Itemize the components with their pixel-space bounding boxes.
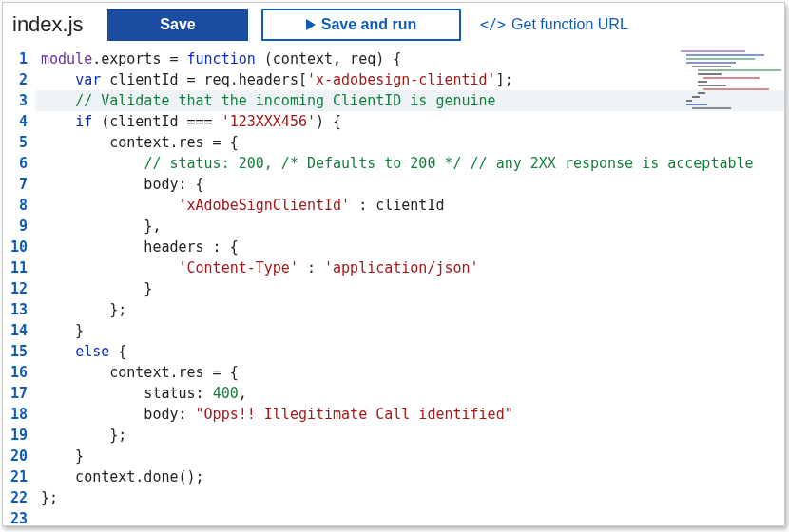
code-editor[interactable]: 1234567891011121314151617181920212223 mo… <box>3 47 784 525</box>
code-line[interactable]: // Validate that the incoming ClientID i… <box>35 90 784 111</box>
line-number: 19 <box>3 425 35 446</box>
line-number: 11 <box>3 257 35 278</box>
code-line[interactable]: }; <box>35 299 784 320</box>
file-name: index.js <box>9 12 94 37</box>
line-number: 8 <box>3 195 35 216</box>
line-number: 12 <box>3 278 35 299</box>
get-function-url-button[interactable]: </> Get function URL <box>474 9 634 41</box>
code-line[interactable]: }; <box>35 487 784 508</box>
line-number: 13 <box>3 299 35 320</box>
code-line[interactable]: context.res = { <box>35 362 784 383</box>
code-line[interactable]: if (clientId === '123XXX456') { <box>35 111 784 132</box>
line-number: 23 <box>3 508 35 525</box>
save-button-label: Save <box>160 16 195 33</box>
line-number: 17 <box>3 383 35 404</box>
code-line[interactable]: context.res = { <box>35 132 784 153</box>
line-number: 1 <box>3 48 35 69</box>
code-line[interactable]: else { <box>35 341 784 362</box>
line-number: 6 <box>3 153 35 174</box>
save-button[interactable]: Save <box>107 9 248 41</box>
toolbar: index.js Save Save and run </> Get funct… <box>3 3 784 47</box>
line-number: 4 <box>3 111 35 132</box>
line-number: 18 <box>3 404 35 425</box>
code-line[interactable]: context.done(); <box>35 466 784 487</box>
line-number-gutter: 1234567891011121314151617181920212223 <box>3 47 35 525</box>
line-number: 22 <box>3 487 35 508</box>
line-number: 14 <box>3 320 35 341</box>
line-number: 7 <box>3 174 35 195</box>
code-line[interactable]: module.exports = function (context, req)… <box>35 48 784 69</box>
code-line[interactable]: }; <box>35 425 784 446</box>
play-icon <box>306 19 316 30</box>
code-line[interactable]: } <box>35 278 784 299</box>
save-run-label: Save and run <box>321 16 416 33</box>
code-line[interactable]: } <box>35 320 784 341</box>
code-line[interactable]: body: { <box>35 174 784 195</box>
code-area[interactable]: module.exports = function (context, req)… <box>35 47 784 525</box>
code-line[interactable]: 'xAdobeSignClientId' : clientId <box>35 195 784 216</box>
line-number: 2 <box>3 69 35 90</box>
line-number: 10 <box>3 237 35 257</box>
line-number: 21 <box>3 466 35 487</box>
save-and-run-button[interactable]: Save and run <box>261 9 461 41</box>
code-line[interactable]: 'Content-Type' : 'application/json' <box>35 257 784 278</box>
line-number: 20 <box>3 446 35 466</box>
code-line[interactable]: body: "Opps!! Illegitimate Call identifi… <box>35 404 784 425</box>
code-line[interactable]: status: 400, <box>35 383 784 404</box>
line-number: 15 <box>3 341 35 362</box>
code-line[interactable]: headers : { <box>35 237 784 257</box>
editor-window: index.js Save Save and run </> Get funct… <box>2 2 785 526</box>
get-url-label: Get function URL <box>511 16 628 33</box>
code-line[interactable]: // status: 200, /* Defaults to 200 */ //… <box>35 153 784 174</box>
code-line[interactable] <box>35 508 784 525</box>
line-number: 3 <box>3 90 35 111</box>
line-number: 16 <box>3 362 35 383</box>
line-number: 9 <box>3 216 35 237</box>
line-number: 5 <box>3 132 35 153</box>
code-icon: </> <box>480 16 506 33</box>
code-line[interactable]: var clientId = req.headers['x-adobesign-… <box>35 69 784 90</box>
code-line[interactable]: } <box>35 446 784 466</box>
code-line[interactable]: }, <box>35 216 784 237</box>
